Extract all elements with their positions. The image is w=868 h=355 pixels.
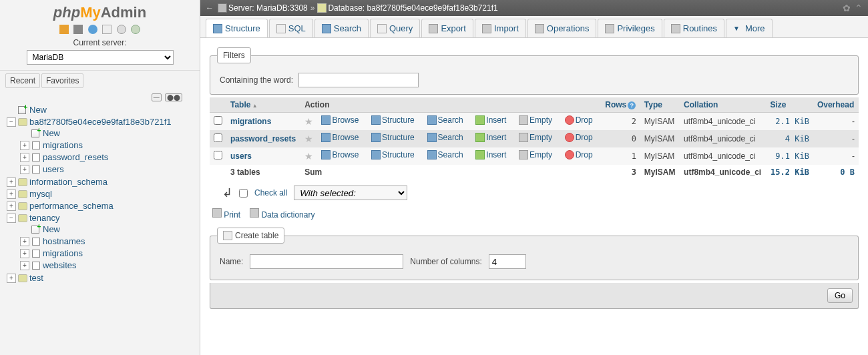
tree-db-information-schema[interactable]: information_schema xyxy=(29,177,107,187)
insert-link[interactable]: Insert xyxy=(475,133,506,142)
filter-input[interactable] xyxy=(298,73,419,87)
tab-query[interactable]: Query xyxy=(370,19,420,37)
tree-db-current[interactable]: ba8f2780f5e04ece9e9faf18e3b721f1 xyxy=(29,117,172,127)
expander-icon[interactable]: + xyxy=(20,165,29,174)
tree-db-mysql[interactable]: mysql xyxy=(29,189,52,199)
drop-link[interactable]: Drop xyxy=(565,150,593,159)
expander-icon[interactable]: + xyxy=(20,153,29,162)
tree-new-table[interactable]: New xyxy=(43,224,60,234)
tree-db-performance-schema[interactable]: performance_schema xyxy=(29,201,114,211)
structure-link[interactable]: Structure xyxy=(371,150,415,159)
empty-link[interactable]: Empty xyxy=(519,133,552,142)
expander-icon[interactable]: + xyxy=(7,178,16,187)
th-type[interactable]: Type xyxy=(640,97,680,113)
data-dictionary-link[interactable]: Data dictionary xyxy=(261,210,314,220)
tree-new-db[interactable]: New xyxy=(29,105,47,115)
expander-icon[interactable]: + xyxy=(20,249,29,258)
collapse-tree-icon[interactable]: — xyxy=(152,93,162,101)
tab-privileges[interactable]: Privileges xyxy=(598,19,662,37)
search-link[interactable]: Search xyxy=(427,133,463,142)
tree-table-websites[interactable]: websites xyxy=(43,260,77,270)
th-overhead[interactable]: Overhead xyxy=(813,97,859,113)
favorite-star-icon[interactable]: ★ xyxy=(304,133,313,144)
insert-link[interactable]: Insert xyxy=(475,115,506,125)
go-button[interactable]: Go xyxy=(827,288,853,303)
search-link[interactable]: Search xyxy=(427,150,463,159)
favorite-star-icon[interactable]: ★ xyxy=(304,116,313,127)
reload-icon[interactable] xyxy=(131,25,140,34)
row-checkbox[interactable] xyxy=(214,151,222,159)
th-size[interactable]: Size xyxy=(766,97,813,113)
tab-routines[interactable]: Routines xyxy=(664,19,724,37)
structure-link[interactable]: Structure xyxy=(371,133,415,142)
tab-import[interactable]: Import xyxy=(475,19,526,37)
checkall-checkbox[interactable] xyxy=(239,189,248,198)
expander-icon[interactable]: + xyxy=(20,237,29,246)
tree-table-migrations2[interactable]: migrations xyxy=(43,248,83,258)
expander-icon[interactable]: + xyxy=(7,190,16,199)
insert-link[interactable]: Insert xyxy=(475,150,506,159)
tree-new-table[interactable]: New xyxy=(43,128,60,138)
checkall-label[interactable]: Check all xyxy=(254,188,287,198)
tab-more[interactable]: ▼More xyxy=(726,19,773,37)
help-icon[interactable]: ? xyxy=(628,101,636,109)
bc-server-link[interactable]: MariaDB:3308 xyxy=(256,3,308,13)
browse-link[interactable]: Browse xyxy=(321,115,359,125)
go-row: Go xyxy=(210,283,859,309)
expander-icon[interactable]: + xyxy=(7,274,16,283)
structure-link[interactable]: Structure xyxy=(371,115,415,125)
tree-db-tenancy[interactable]: tenancy xyxy=(29,213,60,223)
settings-icon[interactable] xyxy=(117,25,126,34)
print-link[interactable]: Print xyxy=(224,210,240,220)
logout-icon[interactable] xyxy=(73,25,83,34)
browse-link[interactable]: Browse xyxy=(321,150,359,159)
th-table[interactable]: Table xyxy=(226,97,300,113)
favorite-star-icon[interactable]: ★ xyxy=(304,151,313,161)
table-name-link[interactable]: users xyxy=(230,151,252,161)
link-tree-icon[interactable]: ⬤⬤ xyxy=(165,93,182,101)
print-row: Print Data dictionary xyxy=(210,206,859,222)
th-collation[interactable]: Collation xyxy=(680,97,766,113)
table-name-link[interactable]: migrations xyxy=(230,117,271,126)
docs-icon[interactable] xyxy=(102,25,112,34)
tree-table-password-resets[interactable]: password_resets xyxy=(43,152,108,162)
empty-link[interactable]: Empty xyxy=(519,150,552,159)
expander-icon[interactable]: + xyxy=(20,261,29,270)
create-name-input[interactable] xyxy=(250,254,403,269)
tree-db-test[interactable]: test xyxy=(29,273,43,283)
tree-table-migrations[interactable]: migrations xyxy=(43,140,83,150)
home-icon[interactable] xyxy=(59,25,69,34)
tree-table-users[interactable]: users xyxy=(43,164,64,174)
tab-operations[interactable]: Operations xyxy=(527,19,597,37)
tab-export[interactable]: Export xyxy=(421,19,473,37)
tree-table-hostnames[interactable]: hostnames xyxy=(43,236,85,246)
row-checkbox[interactable] xyxy=(214,133,222,142)
tab-search[interactable]: Search xyxy=(314,19,369,37)
expander-icon[interactable]: + xyxy=(20,141,29,150)
drop-link[interactable]: Drop xyxy=(565,133,593,142)
th-rows[interactable]: Rows? xyxy=(601,97,640,113)
expander-icon[interactable]: − xyxy=(7,214,16,223)
with-selected-select[interactable]: With selected: xyxy=(294,186,407,200)
table-row: migrations★BrowseStructureSearchInsertEm… xyxy=(210,113,859,130)
bc-db-link[interactable]: ba8f2780f5e04ece9e9faf18e3b721f1 xyxy=(367,3,497,13)
search-link[interactable]: Search xyxy=(427,115,463,125)
page-collapse-icon[interactable]: ⌃ xyxy=(855,3,863,13)
drop-link[interactable]: Drop xyxy=(565,115,593,125)
row-checkbox[interactable] xyxy=(214,116,222,125)
page-settings-icon[interactable]: ✿ xyxy=(843,3,851,13)
help-icon[interactable] xyxy=(88,25,97,34)
recent-button[interactable]: Recent xyxy=(5,73,40,88)
favorites-button[interactable]: Favorites xyxy=(41,73,83,88)
browse-link[interactable]: Browse xyxy=(321,133,359,142)
expander-icon[interactable]: − xyxy=(7,117,16,127)
server-select[interactable]: MariaDB xyxy=(27,50,174,65)
create-cols-input[interactable] xyxy=(489,254,526,269)
tab-structure[interactable]: Structure xyxy=(206,19,268,37)
empty-link[interactable]: Empty xyxy=(519,115,552,125)
logo[interactable]: phpMyAdmin xyxy=(0,0,200,23)
expander-icon[interactable]: + xyxy=(7,202,16,211)
nav-back-icon[interactable]: ← xyxy=(206,3,215,13)
table-name-link[interactable]: password_resets xyxy=(230,134,296,143)
tab-sql[interactable]: SQL xyxy=(269,19,313,37)
